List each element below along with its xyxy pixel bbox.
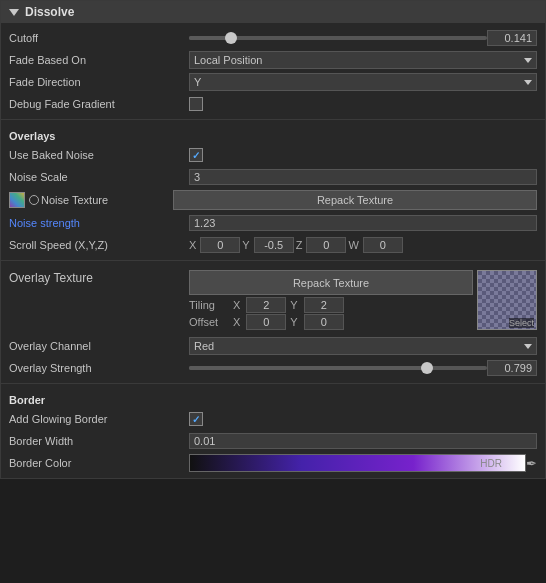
noise-texture-label-wrap: Noise Texture [9, 192, 173, 208]
scroll-y-input[interactable] [254, 237, 294, 253]
fade-dir-value: Y [194, 76, 201, 88]
use-baked-control: ✓ [189, 148, 537, 162]
use-baked-label: Use Baked Noise [9, 149, 189, 161]
divider-1 [1, 119, 545, 120]
overlay-strength-row: Overlay Strength [1, 357, 545, 379]
overlay-channel-label: Overlay Channel [9, 340, 189, 352]
add-glowing-row: Add Glowing Border ✓ [1, 408, 545, 430]
fade-based-value: Local Position [194, 54, 263, 66]
noise-strength-input[interactable] [189, 215, 537, 231]
fade-based-row: Fade Based On Local Position [1, 49, 545, 71]
add-glowing-control: ✓ [189, 412, 537, 426]
dissolve-panel: Dissolve Cutoff Fade Based On Local Posi [0, 0, 546, 479]
overlay-repack-button[interactable]: Repack Texture [189, 270, 473, 295]
overlay-strength-slider-thumb[interactable] [421, 362, 433, 374]
overlay-texture-row: Overlay Texture Repack Texture Tiling X … [1, 265, 545, 335]
panel-title: Dissolve [25, 5, 74, 19]
fade-dir-arrow-icon [524, 80, 532, 85]
overlays-header: Overlays [1, 124, 545, 144]
overlay-channel-row: Overlay Channel Red [1, 335, 545, 357]
glowing-check-icon: ✓ [192, 414, 200, 425]
tiling-x-input[interactable] [246, 297, 286, 313]
overlay-strength-slider-container[interactable] [189, 366, 487, 370]
noise-texture-row: Noise Texture Repack Texture [1, 188, 545, 212]
debug-row: Debug Fade Gradient [1, 93, 545, 115]
noise-strength-label: Noise strength [9, 217, 189, 229]
cutoff-slider-thumb[interactable] [225, 32, 237, 44]
cutoff-control [189, 30, 537, 46]
noise-scale-input[interactable] [189, 169, 537, 185]
border-color-swatch-container: HDR [189, 454, 526, 472]
noise-strength-row: Noise strength [1, 212, 545, 234]
check-icon: ✓ [192, 150, 200, 161]
cutoff-slider-container[interactable] [189, 36, 487, 40]
overlay-strength-value[interactable] [487, 360, 537, 376]
fade-dir-dropdown[interactable]: Y [189, 73, 537, 91]
overlay-strength-control [189, 360, 537, 376]
cutoff-value[interactable] [487, 30, 537, 46]
scroll-z-input[interactable] [306, 237, 346, 253]
offset-row: Offset X Y [189, 314, 473, 330]
scroll-speed-row: Scroll Speed (X,Y,Z) X Y Z W [1, 234, 545, 256]
border-color-row: Border Color HDR ✒ [1, 452, 545, 474]
eyedropper-icon[interactable]: ✒ [526, 456, 537, 471]
noise-repack-button[interactable]: Repack Texture [173, 190, 537, 210]
fade-based-control: Local Position [189, 51, 537, 69]
w-label: W [348, 239, 358, 251]
tiling-x-label: X [233, 299, 240, 311]
z-label: Z [296, 239, 303, 251]
overlay-texture-right: Repack Texture Tiling X Y Offset X [189, 270, 537, 330]
y-label: Y [242, 239, 249, 251]
border-color-control: HDR ✒ [189, 454, 537, 472]
border-color-swatch[interactable] [189, 454, 526, 472]
circle-icon [29, 195, 39, 205]
select-label[interactable]: Select [509, 318, 534, 328]
overlay-texture-text: Overlay Texture [9, 271, 93, 285]
debug-label: Debug Fade Gradient [9, 98, 189, 110]
border-width-label: Border Width [9, 435, 189, 447]
offset-y-input[interactable] [304, 314, 344, 330]
x-label: X [189, 239, 196, 251]
border-width-input[interactable] [189, 433, 537, 449]
fade-based-dropdown[interactable]: Local Position [189, 51, 537, 69]
scroll-x-input[interactable] [200, 237, 240, 253]
cutoff-label: Cutoff [9, 32, 189, 44]
tiling-label: Tiling [189, 299, 229, 311]
noise-strength-link[interactable]: Noise strength [9, 217, 80, 229]
overlay-channel-dropdown[interactable]: Red [189, 337, 537, 355]
noise-strength-control [189, 215, 537, 231]
overlay-texture-preview[interactable]: Select [477, 270, 537, 330]
scroll-w-input[interactable] [363, 237, 403, 253]
border-width-row: Border Width [1, 430, 545, 452]
fade-dir-row: Fade Direction Y [1, 71, 545, 93]
panel-content: Cutoff Fade Based On Local Position [1, 23, 545, 478]
noise-texture-label: Noise Texture [41, 194, 108, 206]
offset-x-label: X [233, 316, 240, 328]
fade-dir-label: Fade Direction [9, 76, 189, 88]
add-glowing-label: Add Glowing Border [9, 413, 189, 425]
tiling-y-input[interactable] [304, 297, 344, 313]
noise-scale-control [189, 169, 537, 185]
overlay-channel-control: Red [189, 337, 537, 355]
offset-x-input[interactable] [246, 314, 286, 330]
overlay-channel-value: Red [194, 340, 214, 352]
panel-header: Dissolve [1, 1, 545, 23]
border-color-label: Border Color [9, 457, 189, 469]
tiling-y-label: Y [290, 299, 297, 311]
collapse-icon[interactable] [9, 9, 19, 16]
overlay-strength-slider-track[interactable] [189, 366, 487, 370]
scroll-speed-control: X Y Z W [189, 237, 537, 253]
texture-icon [9, 192, 25, 208]
use-baked-row: Use Baked Noise ✓ [1, 144, 545, 166]
add-glowing-checkbox[interactable]: ✓ [189, 412, 203, 426]
noise-scale-row: Noise Scale [1, 166, 545, 188]
overlay-channel-arrow-icon [524, 344, 532, 349]
fade-based-label: Fade Based On [9, 54, 189, 66]
cutoff-slider-track[interactable] [189, 36, 487, 40]
use-baked-checkbox[interactable]: ✓ [189, 148, 203, 162]
debug-checkbox[interactable] [189, 97, 203, 111]
fade-dir-control: Y [189, 73, 537, 91]
scroll-xyz-row: X Y Z W [189, 237, 537, 253]
overlay-strength-label: Overlay Strength [9, 362, 189, 374]
overlay-texture-label: Overlay Texture [9, 267, 189, 285]
